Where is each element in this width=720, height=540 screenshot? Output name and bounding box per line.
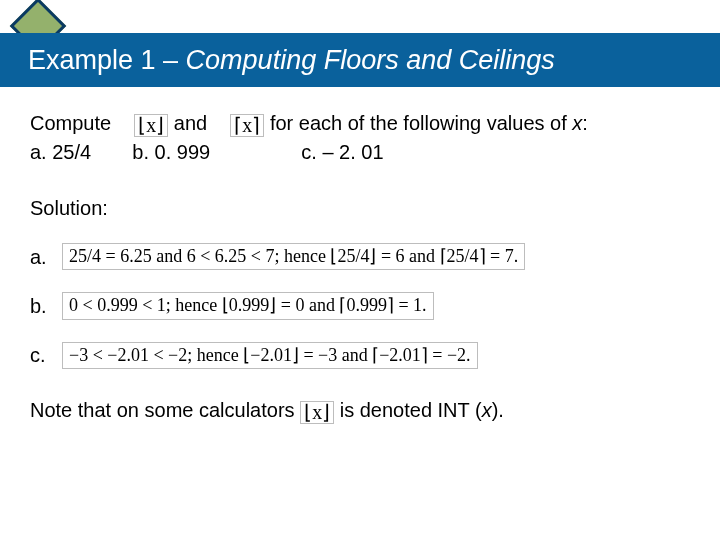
prompt-var: x [572, 112, 582, 134]
slide-title: Example 1 – Computing Floors and Ceiling… [28, 45, 555, 76]
answer-a-label: a. [30, 244, 52, 270]
answer-c: c. −3 < −2.01 < −2; hence ⌊−2.01⌋ = −3 a… [30, 342, 690, 369]
note-post: is denoted INT ( [340, 399, 482, 421]
floor-x-icon-2: ⌊x⌋ [300, 401, 334, 424]
note-line: Note that on some calculators ⌊x⌋ is den… [30, 397, 690, 424]
note-pre: Note that on some calculators [30, 399, 300, 421]
answer-b-label: b. [30, 293, 52, 319]
sub-c: c. – 2. 01 [301, 141, 383, 163]
sub-b: b. 0. 999 [132, 141, 210, 163]
sub-a: a. 25/4 [30, 141, 91, 163]
prompt-and: and [174, 112, 207, 134]
answer-a: a. 25/4 = 6.25 and 6 < 6.25 < 7; hence ⌊… [30, 243, 690, 270]
answer-a-text: 25/4 = 6.25 and 6 < 6.25 < 7; hence ⌊25/… [62, 243, 525, 270]
sub-values: a. 25/4 b. 0. 999 c. – 2. 01 [30, 139, 690, 165]
content-area: Compute ⌊x⌋ and ⌈x⌉ for each of the foll… [30, 110, 690, 424]
ceil-x-icon: ⌈x⌉ [230, 114, 264, 137]
answer-c-text: −3 < −2.01 < −2; hence ⌊−2.01⌋ = −3 and … [62, 342, 478, 369]
prompt-colon: : [582, 112, 588, 134]
solution-label: Solution: [30, 195, 690, 221]
title-bar: Example 1 – Computing Floors and Ceiling… [0, 33, 720, 87]
note-close: ). [492, 399, 504, 421]
prompt-tail: for each of the following values of [270, 112, 572, 134]
title-lead: Example 1 – [28, 45, 186, 75]
answer-b: b. 0 < 0.999 < 1; hence ⌊0.999⌋ = 0 and … [30, 292, 690, 319]
prompt-compute: Compute [30, 112, 111, 134]
answer-c-label: c. [30, 342, 52, 368]
floor-x-icon: ⌊x⌋ [134, 114, 168, 137]
prompt-line: Compute ⌊x⌋ and ⌈x⌉ for each of the foll… [30, 110, 690, 137]
answer-b-text: 0 < 0.999 < 1; hence ⌊0.999⌋ = 0 and ⌈0.… [62, 292, 434, 319]
note-var: x [482, 399, 492, 421]
slide: Example 1 – Computing Floors and Ceiling… [0, 0, 720, 540]
title-rest: Computing Floors and Ceilings [186, 45, 555, 75]
